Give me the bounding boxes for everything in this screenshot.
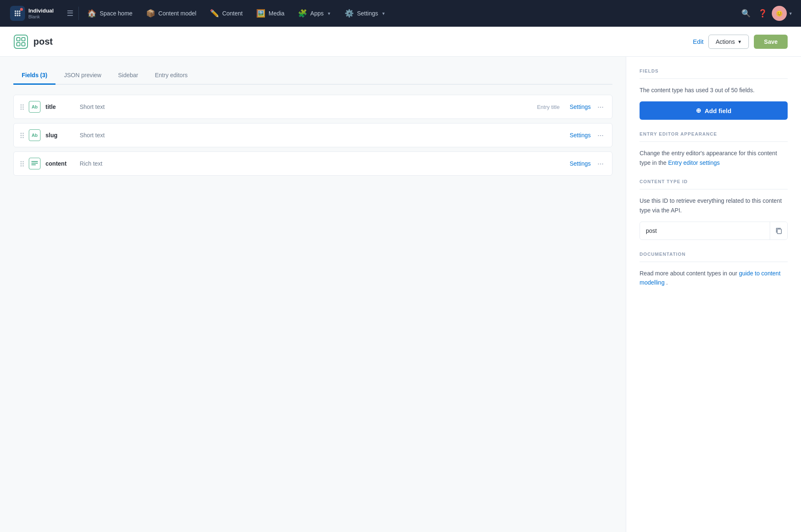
nav-space-home-label: Space home [100,10,133,17]
content-type-id-field: post [640,222,788,240]
svg-rect-12 [17,43,20,46]
drag-handle-content[interactable] [20,161,24,166]
entry-editor-section-title: ENTRY EDITOR APPEARANCE [640,131,788,142]
field-badge-title: Entry title [532,104,564,110]
content-type-icon [13,34,28,49]
content-model-icon: 📦 [146,9,155,18]
add-field-button[interactable]: ⊕ Add field [640,101,788,120]
svg-point-3 [15,13,16,14]
entry-editor-settings-link[interactable]: Entry editor settings [668,159,720,166]
field-type-icon-title: Ab [29,101,40,113]
table-row: Ab title Short text Entry title Settings… [13,95,612,119]
brand-icon [10,6,25,21]
tab-sidebar[interactable]: Sidebar [110,67,146,85]
tab-entry-editors[interactable]: Entry editors [146,67,196,85]
nav-apps[interactable]: 🧩 Apps ▼ [291,0,338,27]
field-type-icon-content [29,158,40,169]
avatar-chevron-icon: ▼ [788,11,793,16]
actions-label: Actions [715,38,735,45]
fields-usage-text: The content type has used 3 out of 50 fi… [640,86,788,95]
apps-chevron-icon: ▼ [327,11,331,16]
field-more-title[interactable]: ··· [596,103,605,111]
svg-point-6 [15,15,16,16]
svg-point-4 [17,13,18,14]
panel-fields-section: FIELDS The content type has used 3 out o… [640,68,788,120]
brand-sub: Blank [28,14,54,19]
fields-list: Ab title Short text Entry title Settings… [13,95,612,176]
field-settings-title[interactable]: Settings [569,103,591,110]
field-type-icon-slug: Ab [29,129,40,141]
content-type-id-value: post [640,223,770,238]
drag-handle-slug[interactable] [20,133,24,138]
top-nav: Individual Blank ☰ 🏠 Space home 📦 Conten… [0,0,801,27]
nav-media-label: Media [269,10,285,17]
panel-content-type-id-section: CONTENT TYPE ID Use this ID to retrieve … [640,179,788,240]
avatar[interactable]: 😊 [772,6,787,21]
home-icon: 🏠 [87,9,96,18]
page-title: post [33,36,53,47]
actions-button[interactable]: Actions ▼ [708,35,749,49]
right-panel: FIELDS The content type has used 3 out o… [626,57,801,532]
add-field-label: Add field [705,107,731,114]
nav-content-model[interactable]: 📦 Content model [139,0,203,27]
field-more-slug[interactable]: ··· [596,131,605,140]
svg-point-1 [17,10,18,12]
field-name-slug: slug [45,132,75,139]
settings-icon: ⚙️ [345,9,354,18]
svg-point-0 [15,10,16,12]
content-type-header: post Edit Actions ▼ Save [0,27,801,57]
nav-apps-label: Apps [310,10,324,17]
content-type-id-section-title: CONTENT TYPE ID [640,179,788,189]
nav-media[interactable]: 🖼️ Media [249,0,291,27]
content-type-title: post [13,34,53,49]
tab-fields[interactable]: Fields (3) [13,67,55,85]
field-name-title: title [45,103,75,110]
edit-button[interactable]: Edit [693,38,704,45]
add-field-plus-icon: ⊕ [696,107,701,114]
field-settings-slug[interactable]: Settings [569,132,591,139]
panel-documentation-section: DOCUMENTATION Read more about content ty… [640,252,788,287]
svg-rect-11 [22,38,25,41]
hamburger-button[interactable]: ☰ [63,5,77,21]
nav-space-home[interactable]: 🏠 Space home [81,0,139,27]
header-actions: Edit Actions ▼ Save [693,35,788,49]
tab-json-preview[interactable]: JSON preview [55,67,109,85]
actions-chevron-icon: ▼ [737,39,742,44]
table-row: Ab slug Short text Settings ··· [13,123,612,147]
field-type-title: Short text [80,103,105,110]
table-row: content Rich text Settings ··· [13,151,612,176]
save-button[interactable]: Save [754,35,788,49]
copy-button[interactable] [770,222,787,240]
documentation-text: Read more about content types in our gui… [640,269,788,287]
svg-rect-9 [14,35,28,48]
brand-name: Individual [28,8,54,14]
nav-content[interactable]: ✏️ Content [203,0,249,27]
main-layout: Fields (3) JSON preview Sidebar Entry ed… [0,57,801,532]
nav-settings-label: Settings [357,10,378,17]
nav-content-label: Content [222,10,243,17]
field-settings-content[interactable]: Settings [569,160,591,167]
drag-handle-title[interactable] [20,104,24,110]
brand-text: Individual Blank [28,8,54,19]
svg-rect-13 [22,43,25,46]
left-panel: Fields (3) JSON preview Sidebar Entry ed… [0,57,626,532]
field-more-content[interactable]: ··· [596,159,605,168]
svg-point-8 [19,15,20,16]
content-icon: ✏️ [210,9,219,18]
documentation-section-title: DOCUMENTATION [640,252,788,262]
field-name-content: content [45,160,75,167]
nav-settings[interactable]: ⚙️ Settings ▼ [338,0,393,27]
panel-entry-editor-section: ENTRY EDITOR APPEARANCE Change the entry… [640,131,788,167]
nav-divider [78,7,79,20]
content-type-id-description: Use this ID to retrieve everything relat… [640,196,788,215]
entry-editor-description: Change the entry editor's appearance for… [640,149,788,167]
nav-content-model-label: Content model [159,10,196,17]
fields-section-title: FIELDS [640,68,788,79]
nav-actions: 🔍 ❓ 😊 ▼ [735,6,796,21]
brand: Individual Blank [5,6,63,21]
help-button[interactable]: ❓ [755,6,770,21]
search-button[interactable]: 🔍 [738,6,753,21]
tabs: Fields (3) JSON preview Sidebar Entry ed… [13,67,612,85]
svg-rect-17 [777,229,781,234]
field-type-slug: Short text [80,132,105,139]
